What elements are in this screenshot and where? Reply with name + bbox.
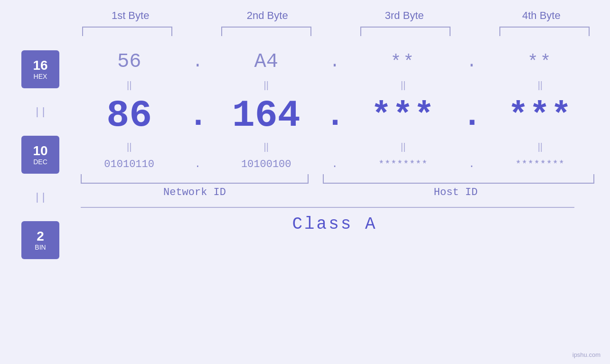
host-id-label: Host ID [316, 187, 596, 198]
dec-b2: 164 [214, 97, 319, 135]
eq2-b4: || [488, 141, 592, 152]
hex-badge-num: 16 [33, 58, 47, 73]
byte-headers: 1st Byte 2nd Byte 3rd Byte 4th Byte [75, 9, 597, 22]
id-labels: Network ID Host ID [74, 187, 596, 198]
eq1-b4: || [488, 80, 592, 91]
eq1-b2: || [214, 80, 319, 91]
equals-2: || [34, 192, 47, 204]
bracket-byte1 [82, 27, 172, 36]
bracket-byte3 [360, 27, 450, 36]
equals-1: || [34, 106, 47, 118]
bin-b2: 10100100 [214, 159, 319, 170]
byte2-header: 2nd Byte [215, 9, 319, 22]
eq2-b1: || [77, 141, 181, 152]
hex-b4: ** [488, 52, 592, 72]
equals-row-2: || || || || [74, 135, 596, 159]
dec-dot-3: . [462, 97, 481, 135]
class-label: Class A [74, 215, 596, 234]
hex-b3: ** [351, 52, 455, 72]
network-bracket [81, 174, 309, 184]
class-bracket-line [81, 207, 574, 208]
hex-badge-label: HEX [34, 73, 47, 80]
top-brackets [75, 27, 597, 36]
hex-dot-1: . [188, 52, 207, 72]
hex-dot-2: . [325, 52, 344, 72]
bin-b1: 01010110 [77, 159, 181, 170]
eq2-b3: || [351, 141, 455, 152]
eq1-b1: || [77, 80, 181, 91]
eq-spacer-2: || [34, 174, 47, 221]
dec-row: 86 . 164 . *** . *** [74, 97, 596, 135]
dec-b4: *** [488, 99, 592, 133]
eq2-b2: || [214, 141, 319, 152]
bin-row: 01010110 . 10100100 . ******** . [74, 159, 596, 170]
bracket-byte2 [221, 27, 311, 36]
hex-b2: A4 [214, 50, 319, 73]
network-id-label: Network ID [74, 187, 316, 198]
main-container: 1st Byte 2nd Byte 3rd Byte 4th Byte 16 H… [0, 0, 610, 364]
bottom-brackets-area [74, 174, 596, 184]
dec-dot-1: . [188, 97, 207, 135]
eq1-b3: || [351, 80, 455, 91]
bin-dot-3: . [462, 159, 481, 170]
hex-row: 56 . A4 . ** . ** [74, 50, 596, 73]
dec-b1: 86 [77, 97, 181, 135]
hex-badge: 16 HEX [21, 50, 59, 88]
bin-badge-num: 2 [37, 229, 44, 244]
dec-dot-2: . [325, 97, 344, 135]
byte1-header: 1st Byte [78, 9, 183, 22]
eq-spacer-1: || [34, 88, 47, 136]
bin-dot-1: . [188, 159, 207, 170]
byte3-header: 3rd Byte [352, 9, 457, 22]
watermark: ipshu.com [572, 351, 601, 358]
dec-b3: *** [351, 99, 455, 133]
equals-row-1: || || || || [74, 73, 596, 97]
host-bracket [323, 174, 594, 184]
bin-dot-2: . [325, 159, 344, 170]
hex-dot-3: . [462, 52, 481, 72]
content-area: 16 HEX || 10 DEC || 2 BIN [0, 50, 610, 259]
byte4-header: 4th Byte [489, 9, 593, 22]
hex-b1: 56 [77, 50, 181, 73]
left-labels: 16 HEX || 10 DEC || 2 BIN [21, 50, 59, 259]
bracket-byte4 [499, 27, 590, 36]
bin-badge: 2 BIN [21, 221, 59, 259]
data-grid: 56 . A4 . ** . ** [74, 50, 610, 234]
dec-badge: 10 DEC [21, 136, 59, 174]
bin-b4: ******** [488, 159, 592, 170]
dec-badge-num: 10 [33, 144, 47, 159]
bin-b3: ******** [351, 159, 455, 170]
bin-badge-label: BIN [35, 243, 46, 251]
dec-badge-label: DEC [33, 158, 47, 166]
